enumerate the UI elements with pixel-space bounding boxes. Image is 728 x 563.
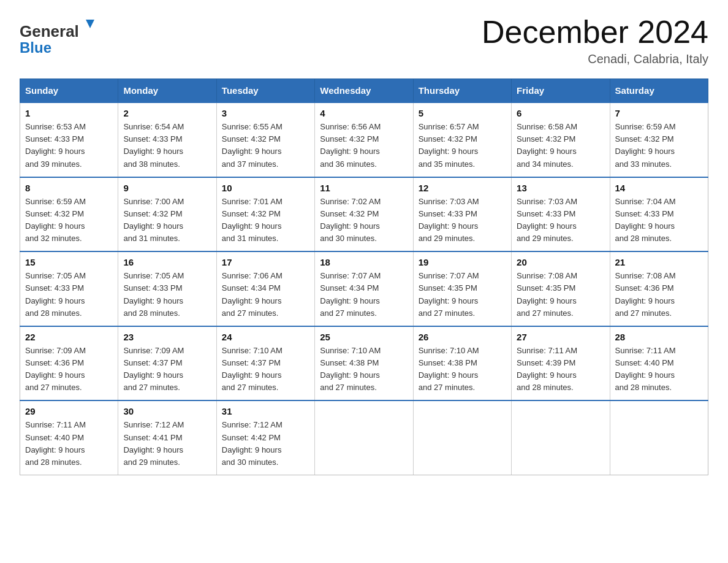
page-header: General Blue December 2024 Cenadi, Calab… [20, 15, 708, 66]
calendar-cell: 12 Sunrise: 7:03 AM Sunset: 4:33 PM Dayl… [413, 177, 511, 252]
calendar-cell [512, 400, 610, 475]
day-number: 24 [222, 332, 309, 342]
day-number: 14 [615, 183, 703, 193]
location: Cenadi, Calabria, Italy [482, 52, 708, 66]
day-number: 31 [222, 406, 309, 416]
day-info: Sunrise: 6:53 AM Sunset: 4:33 PM Dayligh… [25, 121, 113, 170]
day-info: Sunrise: 7:05 AM Sunset: 4:33 PM Dayligh… [25, 270, 113, 320]
day-info: Sunrise: 7:08 AM Sunset: 4:36 PM Dayligh… [615, 270, 703, 320]
day-info: Sunrise: 7:11 AM Sunset: 4:40 PM Dayligh… [615, 345, 703, 394]
calendar-cell: 2 Sunrise: 6:54 AM Sunset: 4:33 PM Dayli… [118, 102, 216, 177]
day-number: 3 [222, 108, 309, 118]
day-number: 7 [615, 108, 703, 118]
calendar-cell: 15 Sunrise: 7:05 AM Sunset: 4:33 PM Dayl… [20, 251, 118, 326]
day-info: Sunrise: 7:05 AM Sunset: 4:33 PM Dayligh… [123, 270, 211, 320]
day-number: 10 [222, 183, 309, 193]
header-friday: Friday [512, 79, 610, 103]
calendar-cell [610, 400, 708, 475]
day-info: Sunrise: 7:10 AM Sunset: 4:38 PM Dayligh… [320, 345, 408, 394]
calendar-cell: 6 Sunrise: 6:58 AM Sunset: 4:32 PM Dayli… [512, 102, 610, 177]
header-monday: Monday [118, 79, 216, 103]
week-row-5: 29 Sunrise: 7:11 AM Sunset: 4:40 PM Dayl… [20, 400, 708, 475]
day-number: 5 [419, 108, 506, 118]
calendar-cell: 16 Sunrise: 7:05 AM Sunset: 4:33 PM Dayl… [118, 251, 216, 326]
day-info: Sunrise: 7:11 AM Sunset: 4:40 PM Dayligh… [25, 419, 113, 469]
days-header-row: SundayMondayTuesdayWednesdayThursdayFrid… [20, 79, 708, 103]
day-info: Sunrise: 7:12 AM Sunset: 4:41 PM Dayligh… [123, 419, 211, 469]
calendar-cell: 8 Sunrise: 6:59 AM Sunset: 4:32 PM Dayli… [20, 177, 118, 252]
calendar-cell: 7 Sunrise: 6:59 AM Sunset: 4:32 PM Dayli… [610, 102, 708, 177]
week-row-3: 15 Sunrise: 7:05 AM Sunset: 4:33 PM Dayl… [20, 251, 708, 326]
calendar-cell: 25 Sunrise: 7:10 AM Sunset: 4:38 PM Dayl… [315, 326, 413, 401]
calendar-cell: 24 Sunrise: 7:10 AM Sunset: 4:37 PM Dayl… [216, 326, 314, 401]
day-number: 30 [123, 406, 211, 416]
day-info: Sunrise: 6:56 AM Sunset: 4:32 PM Dayligh… [320, 121, 408, 170]
day-info: Sunrise: 7:12 AM Sunset: 4:42 PM Dayligh… [222, 419, 309, 469]
calendar-cell: 13 Sunrise: 7:03 AM Sunset: 4:33 PM Dayl… [512, 177, 610, 252]
calendar-cell: 29 Sunrise: 7:11 AM Sunset: 4:40 PM Dayl… [20, 400, 118, 475]
calendar-cell: 9 Sunrise: 7:00 AM Sunset: 4:32 PM Dayli… [118, 177, 216, 252]
calendar-cell: 10 Sunrise: 7:01 AM Sunset: 4:32 PM Dayl… [216, 177, 314, 252]
calendar-cell: 5 Sunrise: 6:57 AM Sunset: 4:32 PM Dayli… [413, 102, 511, 177]
day-number: 22 [25, 332, 113, 342]
calendar-cell: 20 Sunrise: 7:08 AM Sunset: 4:35 PM Dayl… [512, 251, 610, 326]
header-tuesday: Tuesday [216, 79, 314, 103]
calendar-cell: 1 Sunrise: 6:53 AM Sunset: 4:33 PM Dayli… [20, 102, 118, 177]
calendar-cell: 28 Sunrise: 7:11 AM Sunset: 4:40 PM Dayl… [610, 326, 708, 401]
calendar-cell: 27 Sunrise: 7:11 AM Sunset: 4:39 PM Dayl… [512, 326, 610, 401]
day-number: 9 [123, 183, 211, 193]
calendar-cell: 11 Sunrise: 7:02 AM Sunset: 4:32 PM Dayl… [315, 177, 413, 252]
logo: General Blue [20, 15, 99, 58]
day-info: Sunrise: 6:57 AM Sunset: 4:32 PM Dayligh… [419, 121, 506, 170]
day-number: 20 [517, 257, 604, 267]
calendar-cell: 21 Sunrise: 7:08 AM Sunset: 4:36 PM Dayl… [610, 251, 708, 326]
calendar-cell: 14 Sunrise: 7:04 AM Sunset: 4:33 PM Dayl… [610, 177, 708, 252]
day-number: 15 [25, 257, 113, 267]
calendar-cell: 18 Sunrise: 7:07 AM Sunset: 4:34 PM Dayl… [315, 251, 413, 326]
day-number: 27 [517, 332, 604, 342]
day-number: 28 [615, 332, 703, 342]
calendar-cell: 3 Sunrise: 6:55 AM Sunset: 4:32 PM Dayli… [216, 102, 314, 177]
day-info: Sunrise: 7:01 AM Sunset: 4:32 PM Dayligh… [222, 196, 309, 245]
header-wednesday: Wednesday [315, 79, 413, 103]
calendar-cell: 31 Sunrise: 7:12 AM Sunset: 4:42 PM Dayl… [216, 400, 314, 475]
day-info: Sunrise: 7:10 AM Sunset: 4:37 PM Dayligh… [222, 345, 309, 394]
svg-marker-1 [86, 20, 94, 28]
header-saturday: Saturday [610, 79, 708, 103]
day-info: Sunrise: 7:07 AM Sunset: 4:34 PM Dayligh… [320, 270, 408, 320]
day-info: Sunrise: 6:55 AM Sunset: 4:32 PM Dayligh… [222, 121, 309, 170]
day-number: 4 [320, 108, 408, 118]
day-info: Sunrise: 6:59 AM Sunset: 4:32 PM Dayligh… [25, 196, 113, 245]
calendar-cell [413, 400, 511, 475]
day-info: Sunrise: 7:03 AM Sunset: 4:33 PM Dayligh… [517, 196, 604, 245]
day-number: 23 [123, 332, 211, 342]
svg-text:Blue: Blue [20, 39, 51, 56]
day-info: Sunrise: 6:54 AM Sunset: 4:33 PM Dayligh… [123, 121, 211, 170]
calendar-cell: 30 Sunrise: 7:12 AM Sunset: 4:41 PM Dayl… [118, 400, 216, 475]
day-number: 18 [320, 257, 408, 267]
day-number: 26 [419, 332, 506, 342]
day-number: 17 [222, 257, 309, 267]
header-sunday: Sunday [20, 79, 118, 103]
day-info: Sunrise: 6:58 AM Sunset: 4:32 PM Dayligh… [517, 121, 604, 170]
calendar-cell: 26 Sunrise: 7:10 AM Sunset: 4:38 PM Dayl… [413, 326, 511, 401]
day-info: Sunrise: 7:10 AM Sunset: 4:38 PM Dayligh… [419, 345, 506, 394]
header-thursday: Thursday [413, 79, 511, 103]
day-number: 13 [517, 183, 604, 193]
day-info: Sunrise: 7:11 AM Sunset: 4:39 PM Dayligh… [517, 345, 604, 394]
week-row-4: 22 Sunrise: 7:09 AM Sunset: 4:36 PM Dayl… [20, 326, 708, 401]
day-info: Sunrise: 7:09 AM Sunset: 4:36 PM Dayligh… [25, 345, 113, 394]
day-info: Sunrise: 7:00 AM Sunset: 4:32 PM Dayligh… [123, 196, 211, 245]
day-number: 11 [320, 183, 408, 193]
day-number: 6 [517, 108, 604, 118]
day-number: 29 [25, 406, 113, 416]
day-info: Sunrise: 7:06 AM Sunset: 4:34 PM Dayligh… [222, 270, 309, 320]
day-number: 8 [25, 183, 113, 193]
week-row-1: 1 Sunrise: 6:53 AM Sunset: 4:33 PM Dayli… [20, 102, 708, 177]
day-number: 21 [615, 257, 703, 267]
calendar-cell: 23 Sunrise: 7:09 AM Sunset: 4:37 PM Dayl… [118, 326, 216, 401]
calendar-cell: 22 Sunrise: 7:09 AM Sunset: 4:36 PM Dayl… [20, 326, 118, 401]
title-block: December 2024 Cenadi, Calabria, Italy [482, 15, 708, 66]
day-info: Sunrise: 7:08 AM Sunset: 4:35 PM Dayligh… [517, 270, 604, 320]
day-number: 1 [25, 108, 113, 118]
